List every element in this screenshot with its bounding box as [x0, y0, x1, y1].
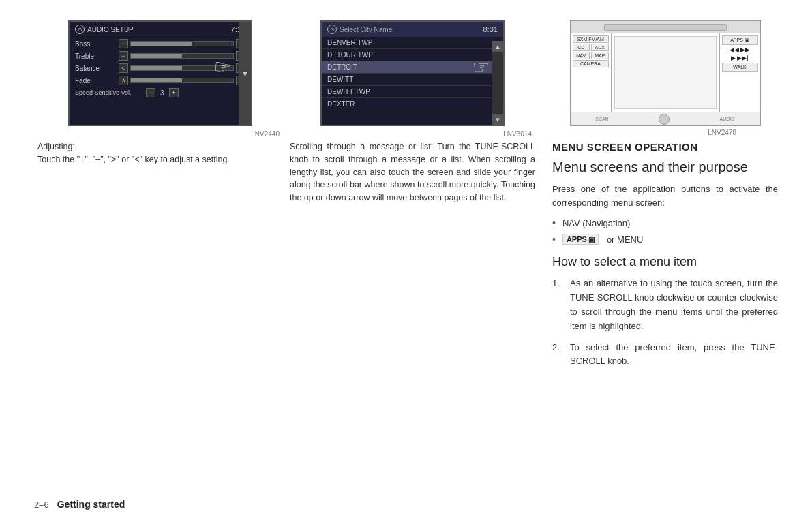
caption-text-1: Adjusting:Touch the "+", "–", ">" or "<"…	[34, 140, 286, 166]
city-scrollbar: ▲ ▼	[492, 41, 503, 125]
city-screen: ⊙ Select City Name: 8:01 DENVER TWP DETO…	[320, 20, 505, 126]
footer-section-title: Getting started	[57, 499, 125, 510]
apps-badge: APPS ▣	[562, 234, 599, 245]
walk-btn[interactable]: WALK	[722, 63, 758, 72]
scan-label: SCAN	[595, 117, 608, 121]
apps-btn[interactable]: APPS ▣	[722, 35, 758, 45]
speed-minus[interactable]: −	[146, 88, 155, 97]
hand-pointer-icon2: ☞	[472, 56, 490, 78]
aux-btn[interactable]: AUX	[591, 44, 609, 51]
bass-label: Bass	[75, 40, 116, 48]
balance-left[interactable]: <	[119, 63, 128, 73]
audio-label: AUDIO	[720, 117, 735, 121]
city-time: 8:01	[483, 25, 498, 33]
city-item-dewitt-twp[interactable]: DEWITT TWP	[322, 86, 492, 98]
scroll-down-btn2[interactable]: ▼	[492, 114, 503, 125]
menu-screens-subtitle: Menu screens and their purpose	[552, 158, 748, 176]
col1-audio: ⊙ AUDIO SETUP 7:19 Bass − +	[34, 20, 286, 166]
item-1-text: As an alternative to using the touch scr…	[570, 277, 778, 333]
audio-row-bass: Bass − +	[70, 37, 251, 50]
bass-controls: − +	[119, 39, 245, 48]
audio-row-speed: Speed Sensitive Vol. − 3 +	[70, 87, 251, 99]
city-item-denver[interactable]: DENVER TWP	[322, 37, 492, 49]
numbered-item-2: 2. To select the preferred item, press t…	[552, 341, 778, 369]
radio-bottom: SCAN AUDIO	[571, 112, 760, 125]
caption-id-1: LNV2440	[34, 130, 286, 138]
nav-map-row: NAV MAP	[573, 52, 609, 59]
stop-btn[interactable]: ▶▶|	[737, 55, 748, 61]
bullet-nav-text: NAV (Navigation)	[562, 218, 630, 228]
fade-up[interactable]: ∧	[119, 76, 128, 85]
apps-grid-icon: ▣	[588, 236, 595, 243]
bottom-labels: SCAN	[595, 117, 608, 121]
audio-header: ⊙ AUDIO SETUP 7:19	[70, 22, 251, 37]
audio-setup-icon: ⊙	[75, 25, 85, 34]
fade-slider	[130, 78, 234, 83]
numbered-item-1: 1. As an alternative to using the touch …	[552, 277, 778, 333]
how-to-select-subtitle: How to select a menu item	[552, 254, 697, 270]
page-container: ⊙ AUDIO SETUP 7:19 Bass − +	[0, 0, 812, 522]
cd-aux-row: CD AUX	[573, 44, 609, 51]
audio-screen: ⊙ AUDIO SETUP 7:19 Bass − +	[68, 20, 252, 126]
item-2-num: 2.	[552, 341, 565, 369]
top-section: ⊙ AUDIO SETUP 7:19 Bass − +	[34, 20, 778, 375]
radio-body: SXM FM/AM CD AUX NAV MAP CAMERA	[571, 33, 760, 112]
bass-slider	[130, 41, 234, 46]
tune-scroll-knob[interactable]	[659, 114, 670, 125]
map-btn[interactable]: MAP	[591, 52, 609, 59]
col3-menu: SXM FM/AM CD AUX NAV MAP CAMERA	[539, 20, 778, 375]
fade-label: Fade	[75, 77, 116, 85]
apps-text: APPS	[567, 235, 587, 243]
scroll-down-btn[interactable]: ▼	[239, 22, 251, 125]
audio-screen-wrapper: ⊙ AUDIO SETUP 7:19 Bass − +	[68, 20, 252, 126]
footer: 2–6 Getting started	[34, 499, 125, 510]
radio-left-btns: SXM FM/AM CD AUX NAV MAP CAMERA	[571, 33, 611, 70]
city-item-detour[interactable]: DETOUR TWP	[322, 49, 492, 61]
city-header-left: ⊙ Select City Name:	[327, 25, 394, 34]
play-btn[interactable]: ▶	[731, 55, 736, 61]
treble-minus[interactable]: −	[119, 51, 128, 61]
city-item-dewitt[interactable]: DEWITT	[322, 74, 492, 86]
bullet-dot-apps: •	[552, 234, 556, 245]
city-item-detroit[interactable]: DETROIT	[322, 61, 492, 74]
city-icon: ⊙	[327, 25, 337, 34]
audio-setup-title: AUDIO SETUP	[87, 26, 134, 33]
bullet-nav: • NAV (Navigation)	[552, 217, 630, 228]
city-header: ⊙ Select City Name: 8:01	[322, 22, 503, 37]
caption-id-2: LNV3014	[286, 130, 539, 138]
item-2-text: To select the preferred item, press the …	[570, 341, 778, 369]
balance-label: Balance	[75, 65, 116, 72]
caption-id-3: LNV2478	[552, 129, 743, 136]
speed-controls: − 3 +	[146, 88, 236, 97]
radio-screen-area: SXM FM/AM CD AUX NAV MAP CAMERA	[552, 20, 778, 126]
bullet-dot-nav: •	[552, 217, 556, 228]
col2-city: ⊙ Select City Name: 8:01 DENVER TWP DETO…	[286, 20, 539, 204]
speed-label: Speed Sensitive Vol.	[75, 89, 143, 96]
audio-header-left: ⊙ AUDIO SETUP	[75, 25, 134, 34]
city-screen-title: Select City Name:	[340, 26, 394, 33]
speed-value: 3	[157, 89, 167, 97]
play-btns: ▶ ▶▶|	[722, 55, 758, 61]
camera-btn[interactable]: CAMERA	[573, 60, 609, 67]
prev-btn[interactable]: ◀◀	[730, 46, 739, 53]
bass-minus[interactable]: −	[119, 39, 128, 48]
speed-plus[interactable]: +	[169, 88, 179, 97]
scroll-up-btn[interactable]: ▲	[492, 41, 503, 52]
footer-page-number: 2–6	[34, 500, 49, 510]
radio-screen: SXM FM/AM CD AUX NAV MAP CAMERA	[570, 20, 761, 126]
src-map-btn[interactable]: SXM FM/AM	[573, 35, 609, 43]
menu-screens-body: Press one of the application buttons to …	[552, 183, 778, 211]
radio-left-panel: SXM FM/AM CD AUX NAV MAP CAMERA	[571, 33, 612, 112]
treble-label: Treble	[75, 52, 116, 60]
cd-btn[interactable]: CD	[573, 44, 590, 51]
menu-screen-heading: MENU SCREEN OPERATION	[552, 140, 698, 154]
city-item-dexter[interactable]: DEXTER	[322, 98, 492, 110]
radio-center-display	[614, 36, 717, 109]
radio-right-panel: APPS ▣ ◀◀ ▶▶ ▶ ▶▶| WALK	[719, 33, 760, 112]
caption-text-2: Scrolling through a message or list: Tur…	[286, 140, 539, 204]
nav-btn[interactable]: NAV	[573, 52, 590, 59]
arrow-btns: ◀◀ ▶▶	[722, 46, 758, 53]
or-menu-text: or MENU	[607, 234, 643, 245]
item-1-num: 1.	[552, 277, 565, 333]
next-btn[interactable]: ▶▶	[740, 46, 750, 53]
